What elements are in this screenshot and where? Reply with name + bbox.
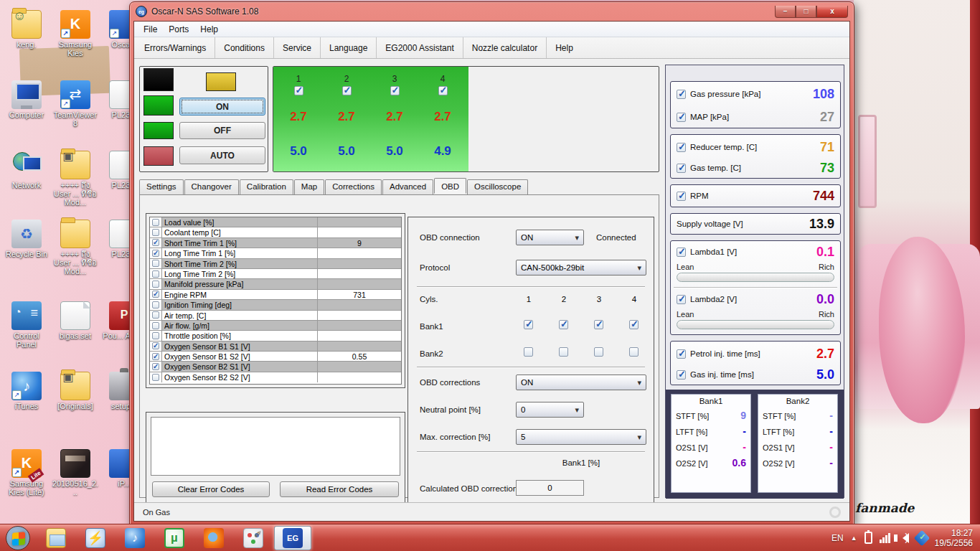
- obd-corrections-dropdown[interactable]: ON: [516, 375, 646, 390]
- on-button[interactable]: ON: [179, 98, 265, 116]
- tab-language[interactable]: Language: [321, 37, 377, 58]
- network-signal-icon[interactable]: [880, 533, 890, 543]
- error-codes-textbox[interactable]: [151, 417, 400, 476]
- tab-map[interactable]: Map: [294, 179, 324, 195]
- injector-1-checkbox[interactable]: [294, 86, 303, 95]
- tab-obd[interactable]: OBD: [434, 178, 466, 194]
- gas-pressure-checkbox[interactable]: [677, 90, 686, 99]
- taskbar-utorrent[interactable]: µ: [156, 526, 193, 550]
- gas-inj-checkbox[interactable]: [677, 370, 686, 380]
- desktop-icon-samsung-kies-lite[interactable]: K Samsung Kies (Lite): [3, 449, 50, 496]
- clock[interactable]: 18:27 19/5/2556: [935, 528, 973, 548]
- tab-errors-warnings[interactable]: Errors/Warnings: [136, 37, 215, 58]
- lambda1-checkbox[interactable]: [677, 248, 686, 257]
- desktop-icon-computer[interactable]: Computer: [3, 80, 50, 119]
- taskbar-firefox[interactable]: [195, 526, 232, 550]
- max-correction-dropdown[interactable]: 5: [516, 429, 646, 445]
- list-item[interactable]: Ignition Timing [deg]: [150, 300, 401, 310]
- list-item[interactable]: Air temp. [C]: [150, 311, 401, 321]
- pid-checkbox[interactable]: [152, 239, 159, 246]
- lambda2-checkbox[interactable]: [677, 295, 686, 304]
- taskbar-paint[interactable]: [235, 526, 272, 550]
- desktop-icon-keng[interactable]: keng.: [3, 10, 50, 49]
- pid-checkbox[interactable]: [152, 270, 159, 278]
- title-bar[interactable]: eg Oscar-N SAS Software 1.08 – □ x: [130, 2, 854, 21]
- menu-file[interactable]: File: [138, 23, 162, 36]
- map-checkbox[interactable]: [677, 113, 686, 122]
- obd-connection-dropdown[interactable]: ON: [516, 230, 584, 245]
- taskbar-daemon-tools[interactable]: ⚡: [77, 526, 114, 550]
- list-item[interactable]: Throttle position [%]: [150, 331, 401, 341]
- bank2-cyl1-checkbox[interactable]: [524, 347, 533, 357]
- auto-button[interactable]: AUTO: [179, 146, 265, 164]
- pid-checkbox[interactable]: [152, 342, 159, 349]
- list-item[interactable]: Oxygen Sensor B1 S1 [V]: [150, 342, 401, 352]
- desktop-icon-recycle-bin[interactable]: ♻ Recycle Bin: [3, 220, 50, 258]
- pid-checkbox[interactable]: [152, 363, 159, 370]
- dropbox-icon[interactable]: [913, 529, 930, 546]
- start-button[interactable]: [6, 526, 30, 550]
- pid-checkbox[interactable]: [152, 260, 159, 267]
- desktop-icon-teamviewer[interactable]: ⇄ TeamViewer 8: [52, 80, 99, 128]
- show-hidden-icons-arrow[interactable]: ▲: [851, 534, 857, 542]
- petrol-inj-checkbox[interactable]: [677, 349, 686, 359]
- pid-checkbox[interactable]: [152, 291, 159, 298]
- list-item[interactable]: Coolant temp [C]: [150, 227, 401, 237]
- tab-corrections[interactable]: Corrections: [325, 179, 382, 195]
- list-item[interactable]: Load value [%]: [150, 217, 401, 227]
- desktop-icon-originals[interactable]: [Originals]: [52, 372, 99, 410]
- pid-checkbox[interactable]: [152, 301, 159, 309]
- bank2-cyl3-checkbox[interactable]: [594, 347, 603, 357]
- pid-checkbox[interactable]: [152, 250, 159, 257]
- list-item[interactable]: Engine RPM731: [150, 290, 401, 300]
- pid-checkbox[interactable]: [152, 353, 159, 360]
- close-button[interactable]: x: [816, 6, 848, 18]
- bank2-cyl2-checkbox[interactable]: [559, 347, 568, 357]
- desktop-icon-user-mod-folder-1[interactable]: ++++ ถึง User ... ที่ชื่อ Mod...: [52, 151, 99, 207]
- tab-help[interactable]: Help: [547, 37, 582, 58]
- bank1-cyl3-checkbox[interactable]: [594, 320, 603, 329]
- bank1-cyl2-checkbox[interactable]: [559, 320, 568, 329]
- tab-calibration[interactable]: Calibration: [240, 179, 293, 195]
- desktop-icon-network[interactable]: Network: [3, 151, 50, 189]
- tab-oscilloscope[interactable]: Oscilloscope: [467, 179, 528, 195]
- tab-eg2000-assistant[interactable]: EG2000 Assistant: [377, 37, 463, 58]
- read-error-codes-button[interactable]: Read Error Codes: [280, 481, 399, 497]
- pid-checkbox[interactable]: [152, 374, 159, 381]
- list-item[interactable]: Air flow. [g/m]: [150, 321, 401, 331]
- bank1-cyl4-checkbox[interactable]: [629, 320, 639, 329]
- volume-icon[interactable]: [897, 533, 909, 543]
- menu-help[interactable]: Help: [195, 23, 223, 36]
- clear-error-codes-button[interactable]: Clear Error Codes: [152, 481, 270, 497]
- desktop-icon-itunes[interactable]: ♪ iTunes: [3, 372, 50, 410]
- list-item[interactable]: Short Time Trim 2 [%]: [150, 259, 401, 269]
- desktop-icon-bigas-set[interactable]: bigas.set: [52, 301, 99, 340]
- desktop-icon-control-panel[interactable]: Control Panel: [3, 301, 50, 349]
- list-item[interactable]: Long Time Trim 1 [%]: [150, 248, 401, 258]
- rpm-checkbox[interactable]: [677, 192, 686, 201]
- desktop-icon-samsung-kies[interactable]: K Samsung Kies: [52, 10, 99, 57]
- taskbar-eg2000-active[interactable]: EG: [274, 526, 311, 550]
- pid-checkbox[interactable]: [152, 322, 159, 329]
- pid-checkbox[interactable]: [152, 229, 159, 236]
- list-item[interactable]: Long Time Trim 2 [%]: [150, 269, 401, 279]
- list-item[interactable]: Short Time Trim 1 [%]9: [150, 238, 401, 248]
- taskbar-file-explorer[interactable]: [37, 526, 75, 550]
- taskbar-itunes[interactable]: ♪: [116, 526, 154, 550]
- menu-ports[interactable]: Ports: [164, 23, 194, 36]
- reducer-temp-checkbox[interactable]: [677, 143, 686, 152]
- list-item[interactable]: Manifold pressure [kPa]: [150, 279, 401, 289]
- minimize-button[interactable]: –: [775, 6, 796, 18]
- pid-checkbox[interactable]: [152, 332, 159, 339]
- gas-temp-checkbox[interactable]: [677, 164, 686, 173]
- battery-icon[interactable]: [864, 532, 872, 544]
- tab-advanced[interactable]: Advanced: [382, 179, 433, 195]
- maximize-button[interactable]: □: [796, 6, 816, 18]
- tab-service[interactable]: Service: [274, 37, 321, 58]
- pid-checkbox[interactable]: [152, 311, 159, 319]
- desktop-icon-photo-20130516[interactable]: 20130516_2...: [52, 449, 99, 496]
- list-item[interactable]: Oxygen Sensor B2 S2 [V]: [150, 372, 401, 382]
- list-item[interactable]: Oxygen Sensor B2 S1 [V]: [150, 362, 401, 372]
- injector-2-checkbox[interactable]: [342, 86, 352, 95]
- desktop-icon-user-mod-folder-2[interactable]: ++++ ถึง User ... ที่ชื่อ Mod...: [52, 220, 99, 276]
